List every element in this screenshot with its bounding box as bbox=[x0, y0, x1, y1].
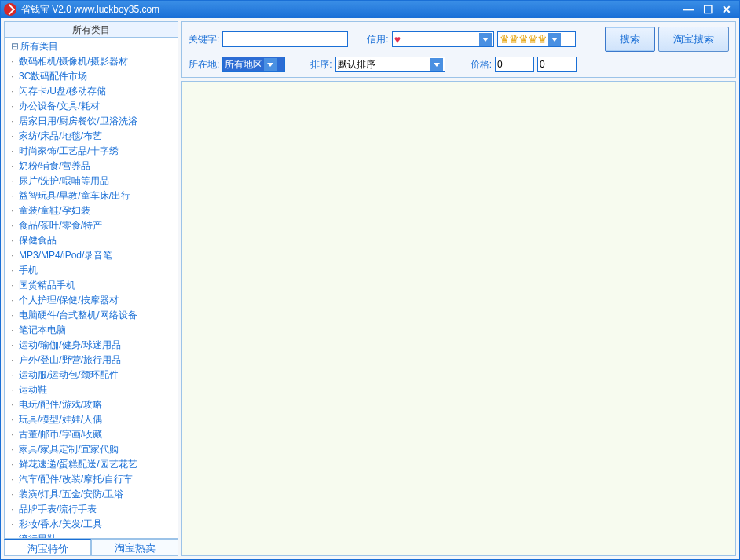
tree-item[interactable]: 鲜花速递/蛋糕配送/园艺花艺 bbox=[8, 457, 174, 472]
crown-icon: ♛♛♛♛♛ bbox=[500, 33, 547, 46]
keyword-input[interactable] bbox=[222, 31, 348, 47]
tree-item[interactable]: 居家日用/厨房餐饮/卫浴洗浴 bbox=[8, 114, 174, 129]
close-button[interactable]: ✕ bbox=[717, 3, 736, 16]
chevron-down-icon bbox=[479, 33, 492, 46]
chevron-down-icon bbox=[430, 58, 443, 71]
window-title: 省钱宝 V2.0 www.luckboy35.com bbox=[21, 3, 680, 16]
body: 所有类目 所有类目数码相机/摄像机/摄影器材3C数码配件市场闪存卡/U盘/移动存… bbox=[1, 18, 739, 559]
tree-item[interactable]: 品牌手表/流行手表 bbox=[8, 502, 174, 517]
sort-label: 排序: bbox=[310, 58, 332, 71]
tree-root[interactable]: 所有类目 bbox=[8, 39, 174, 54]
tree-item[interactable]: 运动鞋 bbox=[8, 382, 174, 397]
tree-item[interactable]: 尿片/洗护/喂哺等用品 bbox=[8, 174, 174, 188]
search-bar: 关键字: 信用: ♥ ♛♛♛♛♛ 搜索 淘宝搜索 bbox=[181, 21, 736, 78]
tree-item[interactable]: 手机 bbox=[8, 263, 174, 278]
tree-item[interactable]: 3C数码配件市场 bbox=[8, 69, 174, 84]
heart-icon: ♥ bbox=[394, 33, 401, 46]
tree-item[interactable]: 运动/瑜伽/健身/球迷用品 bbox=[8, 338, 174, 353]
main-area: 关键字: 信用: ♥ ♛♛♛♛♛ 搜索 淘宝搜索 bbox=[181, 21, 736, 556]
tree-item[interactable]: 流行男鞋 bbox=[8, 532, 174, 539]
price-from-input[interactable] bbox=[495, 57, 534, 72]
credit-label: 信用: bbox=[367, 33, 388, 46]
minimize-button[interactable]: — bbox=[680, 3, 698, 16]
tree-item[interactable]: 奶粉/辅食/营养品 bbox=[8, 159, 174, 174]
app-icon bbox=[4, 3, 16, 16]
app-window: 省钱宝 V2.0 www.luckboy35.com — ☐ ✕ 所有类目 所有… bbox=[0, 0, 740, 560]
tree-item[interactable]: 个人护理/保健/按摩器材 bbox=[8, 293, 174, 308]
price-to-input[interactable] bbox=[537, 57, 577, 72]
tree-item[interactable]: 家纺/床品/地毯/布艺 bbox=[8, 129, 174, 144]
tree-item[interactable]: 办公设备/文具/耗材 bbox=[8, 99, 174, 114]
tab-hot[interactable]: 淘宝热卖 bbox=[91, 539, 178, 556]
sort-value: 默认排序 bbox=[338, 58, 375, 71]
tree-item[interactable]: 笔记本电脑 bbox=[8, 323, 174, 338]
tree-item[interactable]: 古董/邮币/字画/收藏 bbox=[8, 427, 174, 442]
location-combo[interactable]: 所有地区 bbox=[222, 57, 285, 72]
credit-to-combo[interactable]: ♛♛♛♛♛ bbox=[497, 31, 576, 47]
category-header: 所有类目 bbox=[4, 21, 178, 37]
tree-item[interactable]: 益智玩具/早教/童车床/出行 bbox=[8, 188, 174, 203]
titlebar[interactable]: 省钱宝 V2.0 www.luckboy35.com — ☐ ✕ bbox=[1, 1, 739, 18]
price-label: 价格: bbox=[471, 58, 492, 71]
tree-item[interactable]: 数码相机/摄像机/摄影器材 bbox=[8, 54, 174, 69]
chevron-down-icon bbox=[264, 58, 277, 71]
tree-item[interactable]: MP3/MP4/iPod/录音笔 bbox=[8, 248, 174, 263]
tree-item[interactable]: 电玩/配件/游戏/攻略 bbox=[8, 397, 174, 412]
tree-item[interactable]: 时尚家饰/工艺品/十字绣 bbox=[8, 144, 174, 159]
keyword-label: 关键字: bbox=[189, 33, 219, 46]
tree-item[interactable]: 家具/家具定制/宜家代购 bbox=[8, 442, 174, 457]
bottom-tabs: 淘宝特价 淘宝热卖 bbox=[4, 539, 178, 556]
location-label: 所在地: bbox=[189, 58, 219, 71]
tree-item[interactable]: 童装/童鞋/孕妇装 bbox=[8, 203, 174, 218]
search-button[interactable]: 搜索 bbox=[605, 27, 655, 52]
sidebar: 所有类目 所有类目数码相机/摄像机/摄影器材3C数码配件市场闪存卡/U盘/移动存… bbox=[4, 21, 178, 556]
category-tree[interactable]: 所有类目数码相机/摄像机/摄影器材3C数码配件市场闪存卡/U盘/移动存储办公设备… bbox=[4, 37, 178, 539]
tree-item[interactable]: 玩具/模型/娃娃/人偶 bbox=[8, 412, 174, 427]
chevron-down-icon bbox=[548, 33, 561, 46]
sort-combo[interactable]: 默认排序 bbox=[335, 57, 445, 72]
tree-item[interactable]: 运动服/运动包/颈环配件 bbox=[8, 368, 174, 382]
maximize-button[interactable]: ☐ bbox=[698, 3, 717, 16]
tree-item[interactable]: 户外/登山/野营/旅行用品 bbox=[8, 353, 174, 368]
results-panel bbox=[181, 81, 736, 556]
tree-item[interactable]: 保健食品 bbox=[8, 233, 174, 248]
credit-from-combo[interactable]: ♥ bbox=[392, 31, 494, 47]
tree-item[interactable]: 电脑硬件/台式整机/网络设备 bbox=[8, 308, 174, 323]
tree-item[interactable]: 装潢/灯具/五金/安防/卫浴 bbox=[8, 487, 174, 502]
tree-item[interactable]: 彩妆/香水/美发/工具 bbox=[8, 517, 174, 532]
tree-item[interactable]: 国货精品手机 bbox=[8, 278, 174, 293]
location-value: 所有地区 bbox=[225, 58, 262, 71]
taobao-search-button[interactable]: 淘宝搜索 bbox=[658, 27, 729, 52]
tab-discount[interactable]: 淘宝特价 bbox=[4, 539, 91, 556]
tree-item[interactable]: 汽车/配件/改装/摩托/自行车 bbox=[8, 472, 174, 487]
tree-item[interactable]: 闪存卡/U盘/移动存储 bbox=[8, 84, 174, 99]
tree-item[interactable]: 食品/茶叶/零食/特产 bbox=[8, 218, 174, 233]
